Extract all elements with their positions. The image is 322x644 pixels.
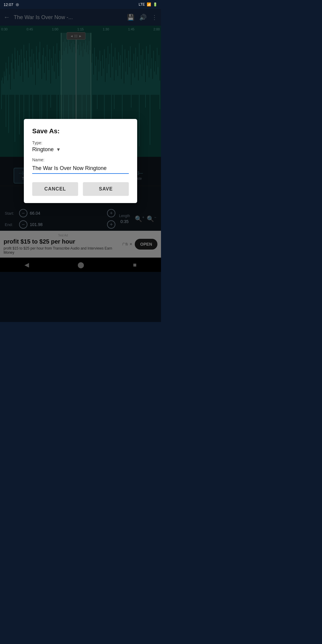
status-indicator-icon: ◎ [16,2,19,7]
dialog-title: Save As: [32,127,129,135]
dialog-overlay: Save As: Type: Ringtone ▼ Name: CANCEL S… [0,0,161,322]
battery-icon: 🔋 [153,2,157,7]
type-row[interactable]: Ringtone ▼ [32,146,129,153]
network-type: LTE [139,2,145,7]
name-input[interactable] [32,164,129,174]
status-time: 12:07 [4,2,13,7]
signal-icon: 📶 [147,2,151,7]
type-value: Ringtone [32,146,54,153]
type-label: Type: [32,140,129,145]
save-as-dialog: Save As: Type: Ringtone ▼ Name: CANCEL S… [24,119,137,203]
chevron-down-icon[interactable]: ▼ [56,147,61,152]
status-bar: 12:07 ◎ LTE 📶 🔋 [0,0,161,9]
status-left: 12:07 ◎ [4,2,19,7]
name-label: Name: [32,157,129,162]
cancel-button[interactable]: CANCEL [32,182,78,196]
dialog-buttons: CANCEL SAVE [32,182,129,196]
save-button[interactable]: SAVE [83,182,129,196]
status-right: LTE 📶 🔋 [139,2,157,7]
